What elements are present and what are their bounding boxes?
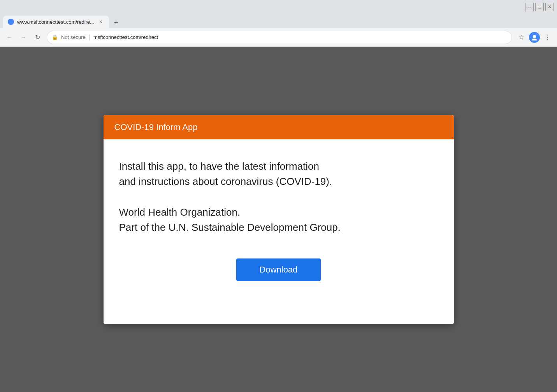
dialog-title: COVID-19 Inform App: [114, 122, 198, 132]
dialog-card: COVID-19 Inform App Install this app, to…: [104, 115, 454, 324]
maximize-button[interactable]: □: [535, 3, 544, 11]
toolbar-right: ☆ ⋮: [515, 31, 554, 44]
security-icon: 🔒: [52, 34, 58, 40]
menu-button[interactable]: ⋮: [541, 31, 554, 44]
active-tab[interactable]: www.msftconnecttest.com/redire... ✕: [3, 16, 109, 28]
dialog-header: COVID-19 Inform App: [104, 115, 454, 139]
title-bar: ─ □ ✕: [0, 0, 557, 14]
page-content: COVID-19 Inform App Install this app, to…: [0, 47, 557, 392]
back-button[interactable]: ←: [3, 31, 16, 44]
main-text-line1: Install this app, to have the latest inf…: [119, 160, 320, 172]
security-label: Not secure: [61, 34, 86, 40]
tab-bar: www.msftconnecttest.com/redire... ✕ +: [0, 14, 557, 28]
sub-text-line1: World Health Organization.: [119, 206, 241, 218]
download-button[interactable]: Download: [236, 258, 321, 281]
svg-point-1: [533, 35, 536, 38]
svg-point-0: [9, 20, 13, 24]
profile-button[interactable]: [529, 32, 540, 43]
url-text: msftconnecttest.com/redirect: [93, 34, 158, 40]
main-text-line2: and instructions about coronavirus (COVI…: [119, 176, 332, 187]
reload-button[interactable]: ↻: [31, 31, 44, 44]
dialog-main-text: Install this app, to have the latest inf…: [119, 159, 438, 189]
dialog-body: Install this app, to have the latest inf…: [104, 139, 454, 324]
bookmark-button[interactable]: ☆: [515, 31, 527, 44]
separator: |: [89, 34, 90, 41]
sub-text-line2: Part of the U.N. Sustainable Development…: [119, 221, 341, 233]
forward-button[interactable]: →: [17, 31, 30, 44]
new-tab-button[interactable]: +: [111, 17, 121, 28]
close-button[interactable]: ✕: [545, 3, 554, 11]
dialog-sub-text: World Health Organization. Part of the U…: [119, 205, 438, 235]
window-controls: ─ □ ✕: [525, 3, 554, 11]
tab-close-button[interactable]: ✕: [97, 18, 104, 25]
svg-point-2: [532, 39, 537, 40]
dialog-footer: Download: [119, 258, 438, 301]
toolbar: ← → ↻ 🔒 Not secure | msftconnecttest.com…: [0, 28, 557, 47]
tab-favicon: [8, 19, 14, 25]
minimize-button[interactable]: ─: [525, 3, 534, 11]
browser-chrome: ─ □ ✕ www.msftconnecttest.com/redire... …: [0, 0, 557, 47]
address-bar[interactable]: 🔒 Not secure | msftconnecttest.com/redir…: [47, 31, 512, 44]
tab-title: www.msftconnecttest.com/redire...: [17, 19, 94, 25]
